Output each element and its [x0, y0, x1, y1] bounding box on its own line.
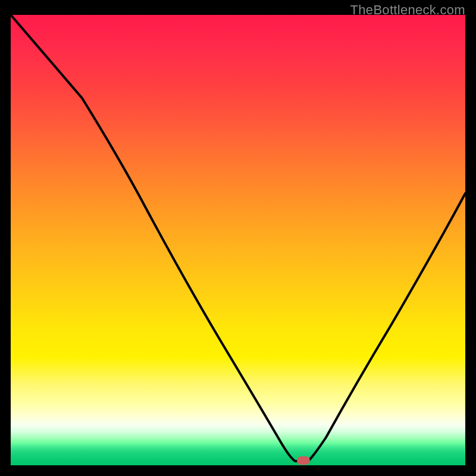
plot-background: [11, 15, 465, 465]
optimal-marker: [297, 456, 310, 465]
chart-container: TheBottleneck.com: [0, 0, 476, 476]
